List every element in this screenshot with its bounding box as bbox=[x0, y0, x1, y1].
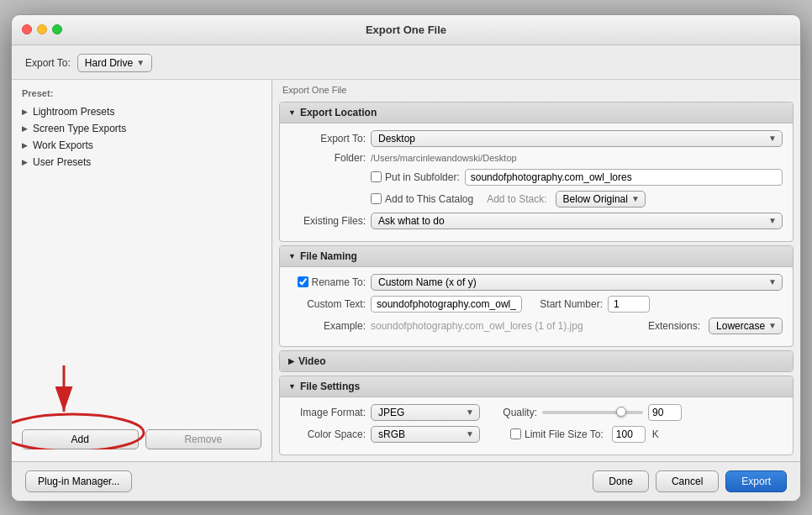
traffic-lights bbox=[22, 24, 62, 34]
chevron-down-icon: ▼ bbox=[768, 216, 777, 225]
catalog-row: Add to This Catalog Add to Stack: Below … bbox=[290, 191, 783, 208]
export-to-value: Hard Drive bbox=[85, 57, 133, 69]
chevron-right-icon: ▶ bbox=[22, 141, 28, 150]
slider-thumb[interactable] bbox=[616, 407, 626, 417]
add-catalog-checkbox[interactable] bbox=[371, 193, 382, 204]
main-content: Preset: ▶ Lightroom Presets ▶ Screen Typ… bbox=[12, 80, 800, 461]
minimize-button[interactable] bbox=[37, 24, 47, 34]
subfolder-label: Put in Subfolder: bbox=[385, 171, 460, 183]
section-header-video[interactable]: ▶ Video bbox=[280, 351, 793, 371]
preset-label: Preset: bbox=[12, 85, 272, 102]
start-number-label: Start Number: bbox=[535, 298, 603, 310]
sidebar-item-screen-type-exports[interactable]: ▶ Screen Type Exports bbox=[12, 120, 272, 137]
sidebar-item-label: Screen Type Exports bbox=[33, 123, 126, 134]
export-to-row: Export To: Desktop ▼ bbox=[290, 130, 783, 147]
subfolder-row: Put in Subfolder: bbox=[290, 169, 783, 186]
image-format-row: Image Format: JPEG ▼ Quality: bbox=[290, 404, 783, 421]
folder-path: /Users/marcinlewandowski/Desktop bbox=[371, 153, 783, 163]
collapse-icon: ▼ bbox=[288, 108, 296, 117]
section-file-naming: ▼ File Naming Rename To: Custom Name (x … bbox=[279, 245, 794, 347]
export-to-label: Export To: bbox=[290, 133, 366, 145]
extensions-dropdown[interactable]: Lowercase ▼ bbox=[709, 318, 783, 334]
window-title: Export One File bbox=[366, 24, 446, 36]
desktop-dropdown[interactable]: Desktop ▼ bbox=[371, 130, 783, 147]
chevron-down-icon: ▼ bbox=[768, 321, 777, 330]
sidebar-item-label: Work Exports bbox=[33, 139, 93, 151]
rename-checkbox-label[interactable]: Rename To: bbox=[290, 276, 366, 288]
start-number-input[interactable] bbox=[608, 296, 650, 313]
limit-size-label: Limit File Size To: bbox=[525, 428, 604, 440]
cancel-button[interactable]: Cancel bbox=[656, 470, 719, 492]
sidebar-item-label: Lightroom Presets bbox=[33, 106, 114, 118]
right-panel: Export One File ▼ Export Location Export… bbox=[272, 80, 800, 461]
extensions-label: Extensions: bbox=[641, 320, 700, 332]
chevron-right-icon: ▶ bbox=[22, 158, 28, 166]
add-button[interactable]: Add bbox=[22, 429, 139, 449]
custom-text-label: Custom Text: bbox=[290, 298, 366, 310]
section-file-settings: ▼ File Settings Image Format: JPEG ▼ Qua… bbox=[279, 376, 794, 455]
chevron-down-icon: ▼ bbox=[768, 134, 777, 143]
export-button[interactable]: Export bbox=[725, 470, 787, 492]
quality-label: Quality: bbox=[495, 407, 537, 418]
subfolder-input[interactable] bbox=[465, 169, 783, 186]
existing-files-value: Ask what to do bbox=[378, 215, 445, 227]
below-original-dropdown[interactable]: Below Original ▼ bbox=[556, 191, 646, 208]
chevron-down-icon: ▼ bbox=[136, 58, 145, 67]
maximize-button[interactable] bbox=[52, 24, 62, 34]
bottom-buttons: Done Cancel Export bbox=[593, 470, 787, 492]
subfolder-checkbox-label[interactable]: Put in Subfolder: bbox=[371, 171, 460, 183]
rename-dropdown[interactable]: Custom Name (x of y) ▼ bbox=[371, 274, 783, 291]
close-button[interactable] bbox=[22, 24, 32, 34]
limit-size-unit: K bbox=[652, 428, 659, 440]
export-location-body: Export To: Desktop ▼ Folder: /Users/marc… bbox=[280, 123, 793, 241]
sidebar-item-user-presets[interactable]: ▶ User Presets bbox=[12, 154, 272, 171]
custom-text-input[interactable] bbox=[371, 296, 522, 313]
color-space-label: Color Space: bbox=[290, 428, 366, 440]
example-value: soundofphotography.com_owl_lores (1 of 1… bbox=[371, 320, 631, 332]
below-original-value: Below Original bbox=[563, 193, 628, 205]
main-window: Export One File Export To: Hard Drive ▼ … bbox=[11, 14, 801, 502]
quality-slider[interactable] bbox=[542, 411, 643, 414]
chevron-down-icon: ▼ bbox=[631, 194, 640, 203]
image-format-label: Image Format: bbox=[290, 407, 366, 418]
sidebar-item-work-exports[interactable]: ▶ Work Exports bbox=[12, 137, 272, 154]
done-button[interactable]: Done bbox=[593, 470, 649, 492]
sidebar: Preset: ▶ Lightroom Presets ▶ Screen Typ… bbox=[12, 80, 272, 461]
image-format-value: JPEG bbox=[378, 407, 404, 418]
add-catalog-checkbox-label[interactable]: Add to This Catalog bbox=[371, 193, 473, 205]
section-header-export-location[interactable]: ▼ Export Location bbox=[280, 102, 793, 123]
section-title: Export Location bbox=[300, 107, 377, 118]
quality-input[interactable] bbox=[648, 404, 682, 421]
image-format-dropdown[interactable]: JPEG ▼ bbox=[371, 404, 480, 421]
limit-size-checkbox[interactable] bbox=[510, 428, 521, 439]
remove-button[interactable]: Remove bbox=[145, 429, 262, 449]
limit-size-checkbox-label[interactable]: Limit File Size To: bbox=[510, 428, 604, 440]
chevron-right-icon: ▶ bbox=[22, 124, 28, 133]
chevron-right-icon: ▶ bbox=[22, 108, 28, 116]
add-catalog-label: Add to This Catalog bbox=[385, 193, 473, 205]
sidebar-bottom: Add Remove bbox=[12, 423, 272, 456]
titlebar: Export One File bbox=[12, 15, 800, 45]
example-label: Example: bbox=[290, 320, 366, 332]
export-to-select[interactable]: Hard Drive ▼ bbox=[77, 54, 152, 72]
rename-value: Custom Name (x of y) bbox=[378, 276, 477, 288]
existing-files-dropdown[interactable]: Ask what to do ▼ bbox=[371, 213, 783, 229]
subfolder-checkbox[interactable] bbox=[371, 171, 382, 182]
section-title: File Naming bbox=[300, 250, 357, 262]
section-header-file-naming[interactable]: ▼ File Naming bbox=[280, 246, 793, 267]
color-space-value: sRGB bbox=[378, 428, 405, 440]
section-header-file-settings[interactable]: ▼ File Settings bbox=[280, 376, 793, 397]
rename-label: Rename To: bbox=[312, 276, 366, 288]
add-remove-area: Add Remove bbox=[22, 429, 261, 449]
toolbar: Export To: Hard Drive ▼ bbox=[12, 45, 800, 80]
existing-files-label: Existing Files: bbox=[290, 215, 366, 227]
color-space-dropdown[interactable]: sRGB ▼ bbox=[371, 426, 480, 443]
sidebar-item-lightroom-presets[interactable]: ▶ Lightroom Presets bbox=[12, 103, 272, 120]
rename-checkbox[interactable] bbox=[298, 276, 308, 287]
limit-size-input[interactable] bbox=[612, 426, 646, 443]
breadcrumb: Export One File bbox=[272, 80, 800, 98]
file-naming-body: Rename To: Custom Name (x of y) ▼ Custom… bbox=[280, 267, 793, 346]
color-space-row: Color Space: sRGB ▼ Limit File Size To: … bbox=[290, 426, 783, 443]
plugin-manager-button[interactable]: Plug-in Manager... bbox=[25, 470, 132, 492]
rename-to-row: Rename To: Custom Name (x of y) ▼ bbox=[290, 274, 783, 291]
